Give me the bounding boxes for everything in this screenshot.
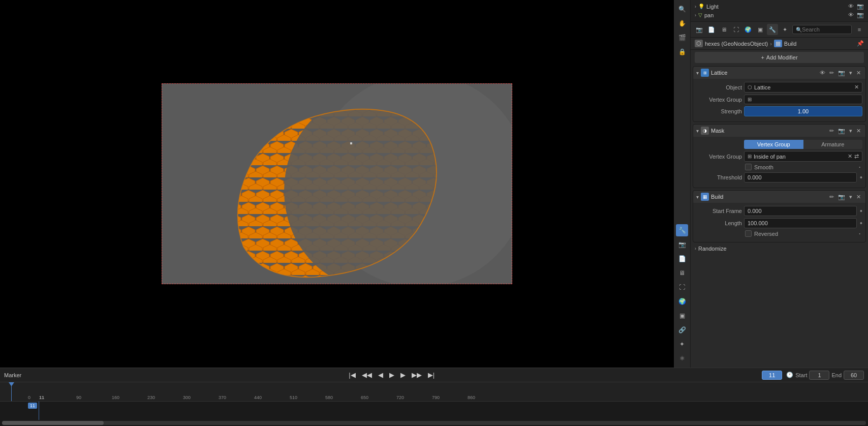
mask-edit-btn[interactable]: ✏ (828, 127, 835, 135)
prev-frame-btn[interactable]: ◀ (376, 370, 385, 380)
toolbar-scene-icon[interactable]: 🔍 (676, 3, 688, 15)
build-close-btn[interactable]: ✕ (855, 193, 862, 201)
mask-toggle-row: Vertex Group Armature (696, 140, 862, 149)
lattice-vg-row: Vertex Group ⊞ (696, 95, 862, 104)
jump-end-btn[interactable]: ▶| (426, 370, 437, 380)
prop-icon-render[interactable]: 📷 (694, 24, 705, 35)
timeline-scrollbar[interactable] (2, 421, 866, 425)
mask-toggle-group: Vertex Group Armature (744, 140, 862, 149)
build-render-btn[interactable]: 📷 (836, 193, 847, 201)
current-frame-display[interactable]: 11 (762, 371, 782, 380)
viewport-canvas[interactable] (162, 83, 512, 284)
search-input[interactable] (802, 26, 848, 33)
svg-point-4 (284, 104, 457, 284)
toolbar-camera-icon[interactable]: 🎬 (676, 32, 688, 44)
prop-icon-particles[interactable]: ✦ (779, 24, 790, 35)
timeline-time-display: 🕐 Start 1 End 60 (786, 371, 864, 380)
next-frame-btn[interactable]: ▶ (398, 370, 408, 380)
mask-vg-transfer[interactable]: ⇄ (854, 153, 859, 160)
toolbar-wrench-icon[interactable]: 🔧 (676, 224, 688, 236)
toolbar-scene2-icon[interactable]: ⛶ (676, 281, 688, 293)
light-cam-icon[interactable]: 📷 (857, 3, 864, 10)
prop-icon-object[interactable]: ▣ (755, 24, 766, 35)
pan-icon: ▽ (698, 12, 702, 18)
ruler-650: 650 (361, 395, 368, 400)
add-modifier-btn[interactable]: + Add Modifier (695, 52, 864, 63)
lattice-down-btn[interactable]: ▾ (848, 69, 854, 77)
prop-icon-output[interactable]: 📄 (706, 24, 717, 35)
mask-threshold-value: 0.000 (748, 174, 762, 180)
lattice-object-label: Object (696, 84, 742, 90)
lattice-object-field[interactable]: ⬡ Lattice ✕ (744, 82, 862, 93)
lattice-edit-btn[interactable]: ✏ (828, 69, 835, 77)
toolbar-object-icon[interactable]: ▣ (676, 310, 688, 322)
mask-collapse-btn[interactable]: ▾ (696, 128, 699, 134)
lattice-close-btn[interactable]: ✕ (855, 69, 862, 77)
build-down-btn[interactable]: ▾ (848, 193, 854, 201)
prop-icon-modifier[interactable]: 🔧 (767, 24, 778, 35)
lattice-modifier-header: ▾ ⊞ Lattice 👁 ✏ 📷 ▾ ✕ (693, 67, 865, 79)
frame-indicator: 11 (28, 403, 37, 409)
end-frame-field[interactable]: 60 (844, 371, 864, 380)
timeline-scroll-thumb[interactable] (2, 421, 104, 425)
reversed-checkbox[interactable] (745, 230, 752, 237)
play-btn[interactable]: ▶ (387, 370, 396, 380)
lattice-view-btn[interactable]: 👁 (818, 69, 827, 76)
timeline-track[interactable]: 11 (0, 402, 868, 420)
lattice-vg-field[interactable]: ⊞ (744, 95, 862, 104)
toolbar-physics-icon[interactable]: ⚛ (676, 352, 688, 364)
mask-vg-icon: ⊞ (748, 154, 752, 159)
mask-vg-field[interactable]: ⊞ Inside of pan ✕ ⇄ (744, 151, 862, 162)
build-collapse-btn[interactable]: ▾ (696, 194, 699, 200)
threshold-expand-dot[interactable]: • (860, 173, 862, 181)
mask-armature-btn[interactable]: Armature (803, 140, 863, 149)
mask-vg-close[interactable]: ✕ (848, 153, 852, 160)
build-length-field[interactable]: 100.000 (744, 218, 857, 228)
randomize-expand-arrow[interactable]: › (695, 246, 696, 251)
toolbar-view-icon[interactable]: 🖥 (676, 267, 688, 279)
toolbar-hand-icon[interactable]: ✋ (676, 17, 688, 29)
lattice-obj-icon: ⬡ (748, 84, 752, 90)
prop-icon-world[interactable]: 🌍 (742, 24, 754, 35)
right-icons-toolbar: 🔍 ✋ 🎬 🔒 🔧 📷 📄 🖥 ⛶ 🌍 ▣ 🔗 ✦ ⚛ (674, 0, 690, 368)
build-edit-btn[interactable]: ✏ (828, 193, 835, 201)
lattice-object-value: Lattice (754, 84, 770, 90)
prop-icon-view[interactable]: 🖥 (718, 24, 729, 35)
playhead (11, 382, 12, 401)
reversed-dot: • (859, 231, 860, 236)
toolbar-particles-icon[interactable]: ✦ (676, 338, 688, 350)
breadcrumb-separator: › (770, 41, 772, 47)
prev-keyframe-btn[interactable]: ◀◀ (360, 370, 374, 380)
next-keyframe-btn[interactable]: ▶▶ (410, 370, 424, 380)
collapse-all-btn[interactable]: ≡ (854, 24, 865, 35)
prop-icon-scene[interactable]: ⛶ (730, 24, 741, 35)
mask-threshold-field[interactable]: 0.000 (744, 172, 857, 182)
mask-down-btn[interactable]: ▾ (848, 127, 854, 135)
lattice-collapse-btn[interactable]: ▾ (696, 70, 699, 76)
mask-render-btn[interactable]: 📷 (836, 127, 847, 135)
mask-close-btn[interactable]: ✕ (855, 127, 862, 135)
pan-cam-icon[interactable]: 📷 (857, 12, 864, 18)
lattice-vg-label: Vertex Group (696, 97, 742, 103)
toolbar-output-icon[interactable]: 📄 (676, 253, 688, 265)
toolbar-constraint-icon[interactable]: 🔗 (676, 324, 688, 336)
toolbar-render-icon[interactable]: 📷 (676, 238, 688, 251)
lattice-obj-close[interactable]: ✕ (854, 84, 859, 90)
toolbar-world-icon[interactable]: 🌍 (676, 295, 688, 308)
light-vis-icon[interactable]: 👁 (848, 3, 854, 10)
smooth-checkbox[interactable] (745, 164, 752, 170)
pin-btn[interactable]: 📌 (857, 40, 864, 47)
lattice-render-btn[interactable]: 📷 (836, 69, 847, 77)
jump-start-btn[interactable]: |◀ (347, 370, 357, 380)
properties-panel: › 💡 Light 👁 📷 › ▽ pan 👁 📷 � (690, 0, 868, 368)
pan-vis-icon[interactable]: 👁 (848, 12, 854, 18)
length-dot[interactable]: • (860, 219, 862, 227)
start-frame-dot[interactable]: • (860, 207, 862, 215)
viewport (0, 0, 674, 368)
build-start-frame-field[interactable]: 0.000 (744, 206, 857, 216)
mask-vertex-btn[interactable]: Vertex Group (744, 140, 803, 149)
start-frame-field[interactable]: 1 (809, 371, 829, 380)
props-icon-group: 📷 📄 🖥 ⛶ 🌍 ▣ 🔧 ✦ (694, 24, 790, 35)
lattice-strength-field[interactable]: 1.00 (744, 106, 862, 116)
toolbar-lock-icon[interactable]: 🔒 (676, 46, 688, 58)
